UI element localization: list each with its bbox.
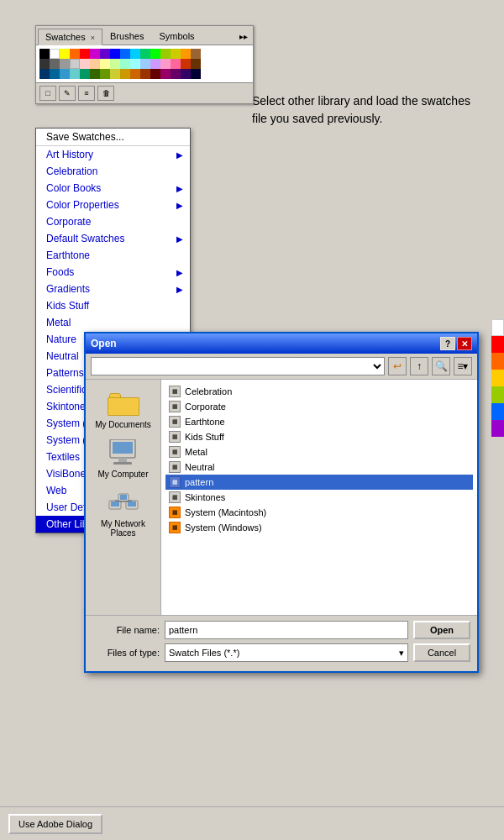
- menu-item-color-books[interactable]: Color Books ▶: [36, 180, 190, 197]
- file-item-pattern[interactable]: ▦ pattern: [165, 475, 473, 490]
- color-strip-item[interactable]: [491, 420, 504, 437]
- color-strip-item[interactable]: [491, 403, 504, 420]
- menu-item-color-properties[interactable]: Color Properties ▶: [36, 197, 190, 213]
- filetype-select[interactable]: Swatch Files (*.*) ▾: [165, 643, 408, 662]
- swatch-cell[interactable]: [191, 59, 201, 69]
- file-item-earthtone[interactable]: ▦ Earthtone: [165, 414, 473, 429]
- file-item-metal[interactable]: ▦ Metal: [165, 444, 473, 459]
- menu-save-swatches[interactable]: Save Swatches...: [36, 129, 190, 145]
- edit-swatch-btn[interactable]: ✎: [59, 86, 76, 101]
- menu-item-celebration[interactable]: Celebration: [36, 163, 190, 180]
- menu-item-foods[interactable]: Foods ▶: [36, 264, 190, 281]
- nav-back-btn[interactable]: ↩: [388, 357, 407, 375]
- swatch-cell[interactable]: [50, 59, 60, 69]
- tab-swatches[interactable]: Swatches ×: [38, 29, 102, 45]
- swatch-cell[interactable]: [160, 49, 171, 59]
- swatch-cell[interactable]: [100, 59, 110, 69]
- swatch-cell[interactable]: [70, 69, 80, 79]
- swatch-cell[interactable]: [160, 59, 171, 69]
- swatch-cell[interactable]: [140, 49, 150, 59]
- dialog-help-btn[interactable]: ?: [440, 337, 455, 350]
- menu-item-earthtone[interactable]: Earthtone: [36, 247, 190, 264]
- delete-swatch-btn[interactable]: 🗑: [97, 86, 114, 101]
- menu-item-art-history[interactable]: Art History ▶: [36, 146, 190, 163]
- sidebar-my-documents[interactable]: My Documents: [95, 388, 151, 429]
- swatch-cell[interactable]: [140, 59, 150, 69]
- swatch-cell[interactable]: [181, 49, 191, 59]
- swatch-cell[interactable]: [160, 69, 171, 79]
- file-item-system-mac[interactable]: ▦ System (Macintosh): [165, 505, 473, 520]
- swatch-cell[interactable]: [110, 69, 120, 79]
- file-item-neutral[interactable]: ▦ Neutral: [165, 459, 473, 475]
- swatch-cell[interactable]: [39, 49, 50, 59]
- new-swatch-btn[interactable]: □: [39, 86, 56, 101]
- swatch-cell[interactable]: [150, 59, 160, 69]
- swatch-cell[interactable]: [80, 69, 90, 79]
- swatch-cell[interactable]: [39, 69, 50, 79]
- dialog-address-bar[interactable]: [91, 357, 385, 375]
- swatch-cell[interactable]: [191, 49, 201, 59]
- swatch-cell[interactable]: [60, 69, 70, 79]
- color-strip-item[interactable]: [491, 370, 504, 386]
- swatch-cell[interactable]: [181, 59, 191, 69]
- menu-item-gradients[interactable]: Gradients ▶: [36, 281, 190, 297]
- swatch-cell[interactable]: [181, 69, 191, 79]
- swatch-cell[interactable]: [70, 59, 80, 69]
- swatch-cell[interactable]: [90, 69, 100, 79]
- menu-item-metal[interactable]: Metal: [36, 314, 190, 331]
- swatch-cell[interactable]: [110, 49, 120, 59]
- dialog-close-btn[interactable]: ✕: [457, 337, 472, 350]
- swatch-cell[interactable]: [171, 49, 181, 59]
- tab-symbols[interactable]: Symbols: [151, 28, 202, 45]
- nav-search-btn[interactable]: 🔍: [432, 357, 450, 375]
- swatch-cell[interactable]: [100, 69, 110, 79]
- swatch-cell[interactable]: [60, 59, 70, 69]
- swatch-cell[interactable]: [39, 59, 50, 69]
- file-item-kids-stuff[interactable]: ▦ Kids Stuff: [165, 429, 473, 444]
- swatch-cell[interactable]: [80, 49, 90, 59]
- swatch-cell[interactable]: [130, 59, 140, 69]
- tab-brushes[interactable]: Brushes: [102, 28, 151, 45]
- cancel-button[interactable]: Cancel: [413, 643, 470, 662]
- use-adobe-dialog-button[interactable]: Use Adobe Dialog: [8, 814, 102, 834]
- swatch-cell[interactable]: [130, 69, 140, 79]
- swatch-cell[interactable]: [50, 69, 60, 79]
- swatch-cell[interactable]: [171, 59, 181, 69]
- swatch-cell[interactable]: [90, 59, 100, 69]
- file-item-celebration[interactable]: ▦ Celebration: [165, 384, 473, 399]
- menu-item-default-swatches[interactable]: Default Swatches ▶: [36, 230, 190, 247]
- file-item-system-windows[interactable]: ▦ System (Windows): [165, 520, 473, 535]
- menu-item-corporate[interactable]: Corporate: [36, 213, 190, 230]
- color-strip-item[interactable]: [491, 353, 504, 370]
- swatch-cell[interactable]: [150, 69, 160, 79]
- swatch-cell[interactable]: [90, 49, 100, 59]
- file-item-corporate[interactable]: ▦ Corporate: [165, 399, 473, 414]
- swatch-cell[interactable]: [150, 49, 160, 59]
- swatch-cell[interactable]: [50, 49, 60, 59]
- swatch-cell[interactable]: [140, 69, 150, 79]
- swatch-cell[interactable]: [191, 69, 201, 79]
- swatch-cell[interactable]: [60, 49, 70, 59]
- filename-input[interactable]: [165, 621, 408, 639]
- swatch-cell[interactable]: [120, 49, 130, 59]
- file-item-skintones[interactable]: ▦ Skintones: [165, 490, 473, 505]
- nav-up-btn[interactable]: ↑: [410, 357, 428, 375]
- swatch-cell[interactable]: [110, 59, 120, 69]
- color-strip-item[interactable]: [491, 336, 504, 353]
- panel-more-icon[interactable]: ▸▸: [236, 30, 251, 43]
- swatch-options-btn[interactable]: ≡: [78, 86, 95, 101]
- tab-close-icon[interactable]: ×: [91, 34, 95, 42]
- swatch-cell[interactable]: [171, 69, 181, 79]
- open-button[interactable]: Open: [413, 621, 470, 639]
- nav-menu-btn[interactable]: ≡▾: [454, 357, 472, 375]
- menu-item-kids-stuff[interactable]: Kids Stuff: [36, 297, 190, 314]
- swatch-cell[interactable]: [120, 69, 130, 79]
- sidebar-my-computer[interactable]: My Computer: [97, 438, 148, 479]
- swatch-cell[interactable]: [80, 59, 90, 69]
- swatch-cell[interactable]: [70, 49, 80, 59]
- swatch-cell[interactable]: [100, 49, 110, 59]
- sidebar-my-network[interactable]: My Network Places: [90, 487, 156, 538]
- swatch-cell[interactable]: [120, 59, 130, 69]
- swatch-cell[interactable]: [130, 49, 140, 59]
- color-strip-item[interactable]: [491, 319, 504, 336]
